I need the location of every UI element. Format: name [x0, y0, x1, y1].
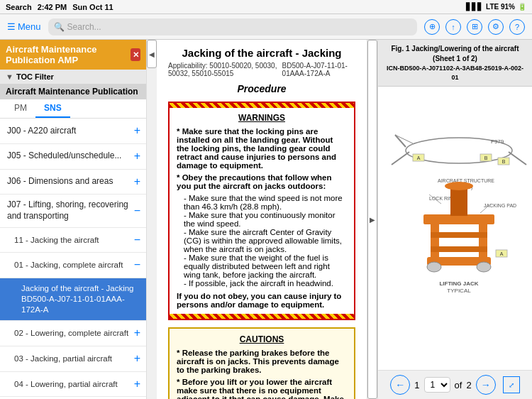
figure-page: 1 — [414, 380, 419, 390]
search-bar[interactable]: 🔍 Search... — [48, 18, 417, 35]
warning-sub-item: Make sure that the wind speed is not mor… — [184, 194, 347, 211]
network-type: LTE 91% — [486, 3, 515, 11]
warning-box: WARNINGS * Make sure that the locking pi… — [168, 102, 355, 320]
expand-icon[interactable]: + — [134, 124, 140, 138]
sidebar-item-label: 11 - Jacking the aircraft — [14, 235, 134, 246]
toc-chevron-icon: ▼ — [6, 72, 13, 81]
sidebar-item-label: 01 - Jacking, complete aircraft — [14, 260, 134, 270]
sidebar-list: J00 - A220 aircraft+J05 - Scheduled/unsc… — [0, 119, 146, 399]
figure-prev-button[interactable]: ← — [390, 375, 410, 395]
svg-text:TYPICAL: TYPICAL — [447, 288, 471, 294]
expand-icon[interactable]: + — [134, 351, 140, 366]
sidebar-expand-arrow[interactable]: ◀ — [147, 40, 157, 68]
expand-icon[interactable]: + — [134, 326, 140, 341]
sidebar-item-label: 04 - Lowering, partial aircraft — [14, 379, 134, 390]
sidebar-item-j05[interactable]: J05 - Scheduled/unschedule...+ — [0, 144, 146, 170]
svg-text:F979: F979 — [491, 138, 504, 145]
collapse-icon[interactable]: − — [134, 233, 140, 248]
procedure-title: Procedure — [168, 83, 355, 94]
sidebar-item-label: 02 - Lowering, complete aircraft — [14, 328, 134, 339]
svg-line-4 — [395, 135, 413, 143]
status-bar: Search 2:42 PM Sun Oct 11 ▋▋▋ LTE 91% 🔋 — [0, 0, 532, 14]
menu-button[interactable]: ☰ Menu — [7, 21, 41, 32]
app-name: Search — [6, 3, 32, 11]
signal-icon: ▋▋▋ — [466, 3, 483, 11]
sidebar-sub-title: Aircraft Maintenance Publication — [0, 84, 146, 99]
warning-sub-item: Make sure the aircraft Center of Gravity… — [184, 228, 347, 253]
figure-of-label: of — [455, 380, 462, 390]
sidebar-item-j06[interactable]: J06 - Dimensions and areas+ — [0, 170, 146, 195]
figure-doc-code: ICN-BD500-A-J071102-A-3AB48-25019-A-002-… — [384, 64, 526, 82]
toc-filter-label: TOC Filter — [16, 72, 54, 81]
sidebar-item-j00[interactable]: J00 - A220 aircraft+ — [0, 119, 146, 144]
warning-sub-item: Make sure that the weight of the fuel is… — [184, 253, 347, 279]
svg-text:B: B — [501, 159, 505, 164]
expand-icon[interactable]: + — [134, 149, 140, 164]
fullscreen-button[interactable]: ⤢ — [503, 376, 520, 393]
svg-rect-22 — [450, 186, 467, 216]
svg-rect-19 — [431, 232, 487, 238]
sidebar-item-j07-11-04[interactable]: 04 - Lowering, partial aircraft+ — [0, 372, 146, 398]
warning-bold: If you do not obey, you can cause injury… — [177, 292, 347, 309]
figure-body: A B B F979 AIRCRAFT STRUCTURE (REF) LOCK… — [378, 87, 532, 370]
figure-next-button[interactable]: → — [476, 375, 496, 395]
caution-box: CAUTIONS * Release the parking brakes be… — [168, 327, 355, 399]
sidebar-item-j07-11[interactable]: 11 - Jacking the aircraft− — [0, 228, 146, 253]
tab-pm[interactable]: PM — [6, 99, 35, 118]
expand-icon[interactable]: + — [134, 377, 140, 392]
sidebar-item-j07[interactable]: J07 - Lifting, shoring, recovering and t… — [0, 195, 146, 227]
nav-right-icons: ⊕ ↑ ⊞ ⚙ ? — [424, 19, 525, 35]
warning-sub-item: If possible, jack the aircraft in headwi… — [184, 279, 347, 288]
svg-text:LIFTING JACK: LIFTING JACK — [439, 280, 478, 287]
search-placeholder: Search... — [67, 22, 101, 32]
sidebar-item-j07-11-02[interactable]: 02 - Lowering, complete aircraft+ — [0, 321, 146, 346]
figure-sheet: (Sheet 1 of 2) — [384, 54, 526, 64]
sidebar-item-j07-11-01-jacking[interactable]: Jacking of the aircraft - Jacking BD500-… — [0, 278, 146, 321]
svg-rect-21 — [423, 214, 494, 224]
sidebar: Aircraft Maintenance Publication AMP ✕ ▼… — [0, 40, 147, 399]
help-icon[interactable]: ? — [509, 19, 525, 35]
collapse-icon: ▶ — [370, 216, 375, 224]
figure-nav: ← 1 1 2 of 2 → ⤢ — [378, 370, 532, 399]
collapse-icon[interactable]: − — [134, 258, 140, 273]
tab-sns[interactable]: SNS — [35, 99, 70, 118]
content-expand-arrow[interactable]: ▶ — [367, 40, 377, 399]
svg-point-23 — [445, 182, 473, 190]
figure-title: Fig. 1 Jacking/Lowering of the aircraft — [384, 44, 526, 54]
menu-label: Menu — [18, 21, 41, 32]
bookmark-icon[interactable]: ⊕ — [424, 19, 440, 35]
settings-icon[interactable]: ⚙ — [488, 19, 504, 35]
share-icon[interactable]: ↑ — [445, 19, 461, 35]
svg-rect-20 — [431, 246, 487, 252]
svg-text:A: A — [499, 251, 503, 256]
warning-sub-item: Make sure that you continuously monitor … — [184, 211, 347, 228]
tab-bar: PM SNS — [0, 99, 146, 119]
sidebar-title: Aircraft Maintenance Publication AMP — [6, 44, 131, 65]
collapse-icon[interactable]: − — [134, 204, 140, 219]
date: Sun Oct 11 — [72, 3, 113, 11]
sidebar-item-label: J05 - Scheduled/unschedule... — [7, 151, 134, 162]
sidebar-close-button[interactable]: ✕ — [131, 48, 140, 61]
menu-icon: ☰ — [7, 21, 16, 32]
svg-line-1 — [392, 152, 409, 165]
caution-title: CAUTIONS — [177, 334, 347, 344]
doc-meta: Applicability: 50010-50020, 50030, 50032… — [168, 62, 355, 77]
toc-filter[interactable]: ▼ TOC Filter — [0, 70, 146, 84]
warning-title: WARNINGS — [177, 113, 347, 123]
nav-bar: ☰ Menu 🔍 Search... ⊕ ↑ ⊞ ⚙ ? — [0, 14, 532, 40]
grid-icon[interactable]: ⊞ — [467, 19, 482, 35]
time: 2:42 PM — [38, 3, 67, 11]
doc-ref: BD500-A-J07-11-01-01AAA-172A-A — [282, 62, 355, 77]
svg-rect-17 — [431, 222, 439, 258]
doc-title: Jacking of the aircraft - Jacking — [168, 47, 355, 59]
main-layout: Aircraft Maintenance Publication AMP ✕ ▼… — [0, 40, 532, 399]
expand-icon[interactable]: + — [134, 175, 140, 190]
sidebar-item-j07-11-03[interactable]: 03 - Jacking, partial aircraft+ — [0, 346, 146, 372]
sidebar-item-label: J07 - Lifting, shoring, recovering and t… — [7, 200, 134, 222]
figure-page-select[interactable]: 1 2 — [424, 377, 450, 393]
caution-text-1: * Release the parking brakes before the … — [177, 349, 347, 374]
search-icon: 🔍 — [54, 22, 65, 32]
sidebar-item-j07-11-01[interactable]: 01 - Jacking, complete aircraft− — [0, 253, 146, 278]
caution-text-2: * Before you lift or you lower the aircr… — [177, 378, 347, 399]
figure-total: 2 — [466, 380, 471, 390]
